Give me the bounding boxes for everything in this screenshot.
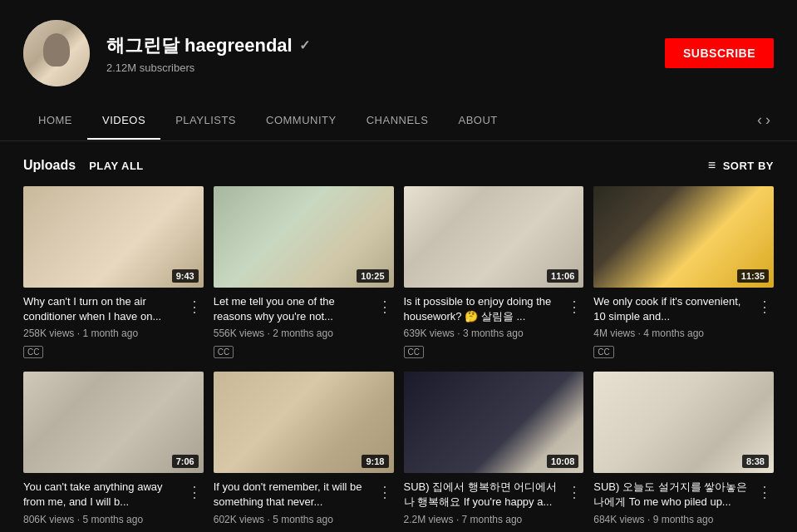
nav-item-channels[interactable]: CHANNELS [352,102,444,140]
nav-item-community[interactable]: COMMUNITY [251,102,352,140]
more-options-button[interactable]: ⋮ [755,481,774,503]
video-age: 9 months ago [653,514,714,525]
more-options-button[interactable]: ⋮ [185,481,204,503]
avatar-image [23,20,90,86]
video-item[interactable]: 11:06 Is it possible to enjoy doing the … [404,186,584,358]
video-views: 2.2M views [404,514,454,525]
video-item[interactable]: 11:35 We only cook if it's convenient, 1… [593,186,774,358]
video-item[interactable]: 8:38 SUB) 오늘도 설거지를 쌓아놓은 나에게 To me who pi… [593,372,774,532]
nav-item-playlists[interactable]: PLAYLISTS [160,102,251,140]
duration-badge: 9:18 [362,455,388,468]
video-views: 4M views [593,328,635,339]
thumbnail-wrap: 8:38 [593,372,774,473]
video-age: 2 months ago [273,328,333,339]
chevron-left-icon: ‹ [757,111,762,129]
nav-more[interactable]: ‹ › [754,100,774,140]
uploads-left: Uploads PLAY ALL [23,158,144,173]
video-stats: 4M views · 4 months ago [593,328,749,339]
chevron-right-icon: › [765,111,770,129]
video-meta: Why can't I turn on the air conditioner … [23,294,204,358]
subscribe-button[interactable]: SUBSCRIBE [665,38,774,68]
video-title: We only cook if it's convenient, 10 simp… [593,294,749,324]
video-text: You can't take anything away from me, an… [23,480,179,532]
video-title: If you don't remember, it will be someth… [214,480,369,510]
sort-by-label: SORT BY [723,160,774,172]
more-options-button[interactable]: ⋮ [565,481,583,503]
thumbnail-wrap: 10:08 [404,372,584,473]
thumbnail-wrap: 10:25 [214,186,394,288]
nav-item-about[interactable]: ABOUT [444,102,513,140]
verified-badge: ✓ [299,37,310,53]
duration-badge: 11:06 [547,269,578,283]
video-age: 4 months ago [643,328,704,339]
video-stats: 602K views · 5 months ago [214,514,369,525]
video-item[interactable]: 10:08 SUB) 집에서 행복하면 어디에서나 행복해요 If you're… [404,372,584,532]
duration-badge: 10:08 [547,455,578,468]
video-age: 5 months ago [273,514,333,525]
video-age: 7 months ago [462,514,523,525]
video-title: You can't take anything away from me, an… [23,480,179,510]
video-text: If you don't remember, it will be someth… [214,480,369,532]
video-item[interactable]: 9:18 If you don't remember, it will be s… [214,372,394,532]
video-meta: Is it possible to enjoy doing the housew… [404,294,584,358]
cc-badge: CC [23,346,43,358]
uploads-header: Uploads PLAY ALL ≡ SORT BY [23,158,774,173]
video-text: Why can't I turn on the air conditioner … [23,294,179,358]
nav-item-home[interactable]: HOME [23,102,87,140]
duration-badge: 9:43 [172,269,199,283]
video-views: 806K views [23,514,74,525]
more-options-button[interactable]: ⋮ [565,296,583,318]
video-meta: SUB) 오늘도 설거지를 쌓아놓은 나에게 To me who piled u… [593,480,774,532]
channel-name: 해그린달 haegreendal ✓ [106,33,648,58]
channel-nav: HOME VIDEOS PLAYLISTS COMMUNITY CHANNELS… [0,100,797,141]
channel-header: 해그린달 haegreendal ✓ 2.12M subscribers SUB… [0,0,797,100]
thumbnail-wrap: 9:43 [23,186,204,288]
video-age: 1 month ago [82,328,138,339]
more-options-button[interactable]: ⋮ [755,296,774,318]
video-item[interactable]: 10:25 Let me tell you one of the reasons… [214,186,394,358]
nav-items: HOME VIDEOS PLAYLISTS COMMUNITY CHANNELS… [23,102,754,139]
video-title: SUB) 집에서 행복하면 어디에서나 행복해요 If you're happy… [404,480,559,510]
video-stats: 684K views · 9 months ago [593,514,749,525]
more-options-button[interactable]: ⋮ [185,296,204,318]
video-views: 602K views [214,514,264,525]
nav-item-videos[interactable]: VIDEOS [87,102,160,140]
video-title: SUB) 오늘도 설거지를 쌓아놓은 나에게 To me who piled u… [593,480,749,510]
video-stats: 258K views · 1 month ago [23,328,179,339]
video-stats: 556K views · 2 months ago [214,328,369,339]
duration-badge: 8:38 [742,455,769,468]
channel-stats: 2.12M subscribers [106,62,648,74]
thumbnail-wrap: 7:06 [23,372,204,473]
cc-badge: CC [404,346,424,358]
cc-badge: CC [593,346,613,358]
play-all-button[interactable]: PLAY ALL [89,160,144,172]
video-meta: If you don't remember, it will be someth… [214,480,394,532]
duration-badge: 11:35 [737,269,769,283]
video-meta: Let me tell you one of the reasons why y… [214,294,394,358]
video-age: 5 months ago [82,514,143,525]
more-options-button[interactable]: ⋮ [376,296,394,318]
video-views: 639K views [404,328,455,339]
video-views: 556K views [214,328,264,339]
video-grid: 9:43 Why can't I turn on the air conditi… [23,186,774,532]
video-views: 684K views [593,514,644,525]
thumbnail-wrap: 11:35 [593,186,774,288]
channel-avatar[interactable] [23,20,90,86]
video-stats: 2.2M views · 7 months ago [404,514,559,525]
video-text: SUB) 집에서 행복하면 어디에서나 행복해요 If you're happy… [404,480,559,532]
video-text: Let me tell you one of the reasons why y… [214,294,369,358]
video-title: Is it possible to enjoy doing the housew… [404,294,559,324]
channel-info: 해그린달 haegreendal ✓ 2.12M subscribers [106,33,648,74]
video-item[interactable]: 9:43 Why can't I turn on the air conditi… [23,186,204,358]
video-meta: You can't take anything away from me, an… [23,480,204,532]
duration-badge: 7:06 [172,455,199,468]
video-item[interactable]: 7:06 You can't take anything away from m… [23,372,204,532]
sort-icon: ≡ [708,158,716,173]
video-title: Let me tell you one of the reasons why y… [214,294,369,324]
video-meta: We only cook if it's convenient, 10 simp… [593,294,774,358]
sort-by-button[interactable]: ≡ SORT BY [708,158,774,173]
duration-badge: 10:25 [357,269,388,283]
more-options-button[interactable]: ⋮ [376,481,394,503]
video-age: 3 months ago [463,328,524,339]
uploads-title: Uploads [23,158,76,173]
